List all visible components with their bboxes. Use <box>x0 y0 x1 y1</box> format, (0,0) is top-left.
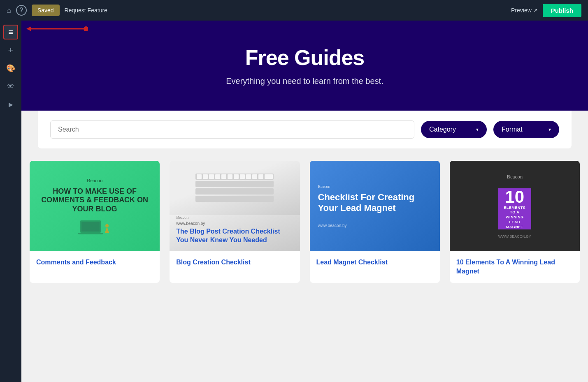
card-3-site: www.beacon.by <box>318 223 432 228</box>
card-2-title: Blog Creation Checklist <box>170 251 300 273</box>
search-input[interactable] <box>50 120 414 139</box>
hero-section: Free Guides Everything you need to learn… <box>21 21 588 111</box>
palette-icon: 🎨 <box>6 64 15 73</box>
sidebar: ≡ + 🎨 👁 ▶ <box>0 21 21 382</box>
svg-rect-5 <box>78 233 103 234</box>
format-label: Format <box>502 126 523 133</box>
main-content: Free Guides Everything you need to learn… <box>21 21 588 382</box>
card-1-title: Comments and Feedback <box>30 251 160 273</box>
preview-label: Preview <box>511 7 532 14</box>
card-2-brand: Beacon <box>176 215 293 220</box>
svg-rect-14 <box>209 174 214 179</box>
category-label: Category <box>429 126 456 133</box>
card-2-headline: The Blog Post Creation Checklist You Nev… <box>176 227 293 245</box>
home-icon[interactable]: ⌂ <box>7 6 11 15</box>
card-4-site: WWW.BEACON.BY <box>498 234 531 238</box>
card-3-image: Beacon Checklist For Creating Your Lead … <box>310 161 440 251</box>
topbar: ⌂ ? Saved Request Feature Preview ↗ Publ… <box>0 0 588 21</box>
saved-button[interactable]: Saved <box>32 5 60 16</box>
keyboard-icon <box>193 171 276 204</box>
plus-icon: + <box>8 45 14 56</box>
card-10-elements[interactable]: Beacon 10 ELEMENTS TO A WINNING LEAD MAG… <box>450 161 580 283</box>
card-1-brand: Beacon <box>36 177 153 184</box>
svg-rect-20 <box>246 174 251 179</box>
card-4-brand: Beacon <box>498 174 531 180</box>
card-1-illustration <box>78 218 111 235</box>
card-3-brand: Beacon <box>318 184 432 189</box>
search-filter-bar: Category ▾ Format ▾ <box>38 111 572 148</box>
card-4-number-text: ELEMENTS TO A WINNING LEAD MAGNET <box>502 206 528 229</box>
card-2-image: Beacon www.beacon.by The Blog Post Creat… <box>170 161 300 251</box>
publish-button[interactable]: Publish <box>543 4 581 17</box>
sidebar-item-doc[interactable]: ≡ <box>3 25 18 39</box>
help-label: ? <box>19 7 23 14</box>
cards-grid: Beacon HOW TO MAKE USE OF COMMENTS & FEE… <box>30 161 580 283</box>
cards-section: Beacon HOW TO MAKE USE OF COMMENTS & FEE… <box>21 148 588 295</box>
svg-rect-12 <box>197 174 202 179</box>
svg-rect-19 <box>240 174 245 179</box>
card-1-image: Beacon HOW TO MAKE USE OF COMMENTS & FEE… <box>30 161 160 251</box>
svg-rect-10 <box>195 188 274 194</box>
svg-rect-17 <box>228 174 232 179</box>
svg-rect-11 <box>195 196 274 202</box>
card-3-headline: Checklist For Creating Your Lead Magnet <box>318 192 432 214</box>
card-4-number: 10 <box>505 188 525 206</box>
card-comments-feedback[interactable]: Beacon HOW TO MAKE USE OF COMMENTS & FEE… <box>30 161 160 283</box>
eye-icon: 👁 <box>7 82 14 91</box>
svg-rect-21 <box>252 174 257 179</box>
card-lead-magnet-checklist[interactable]: Beacon Checklist For Creating Your Lead … <box>310 161 440 283</box>
card-4-number-box: 10 ELEMENTS TO A WINNING LEAD MAGNET <box>498 188 531 229</box>
help-button[interactable]: ? <box>16 5 27 16</box>
svg-rect-15 <box>215 174 220 179</box>
svg-rect-22 <box>258 174 263 179</box>
svg-rect-18 <box>234 174 239 179</box>
card-blog-creation[interactable]: Beacon www.beacon.by The Blog Post Creat… <box>170 161 300 283</box>
card-4-image: Beacon 10 ELEMENTS TO A WINNING LEAD MAG… <box>450 161 580 251</box>
format-chevron-icon: ▾ <box>548 127 551 132</box>
hero-title: Free Guides <box>30 45 580 70</box>
sidebar-item-eye[interactable]: 👁 <box>3 79 18 94</box>
svg-rect-23 <box>265 174 273 179</box>
sidebar-item-add[interactable]: + <box>3 43 18 58</box>
external-link-icon: ↗ <box>533 7 538 14</box>
svg-rect-9 <box>195 181 274 187</box>
card-4-title: 10 Elements To A Winning Lead Magnet <box>450 251 580 283</box>
sidebar-item-palette[interactable]: 🎨 <box>3 61 18 76</box>
category-chevron-icon: ▾ <box>476 127 479 132</box>
hero-subtitle: Everything you need to learn from the be… <box>30 76 580 86</box>
request-feature-button[interactable]: Request Feature <box>65 7 107 14</box>
svg-rect-13 <box>203 174 208 179</box>
svg-point-7 <box>105 224 109 227</box>
card-3-title: Lead Magnet Checklist <box>310 251 440 273</box>
svg-rect-16 <box>221 174 226 179</box>
preview-button[interactable]: Preview ↗ <box>511 7 538 14</box>
send-icon: ▶ <box>9 101 13 108</box>
format-dropdown[interactable]: Format ▾ <box>493 121 559 138</box>
card-1-headline: HOW TO MAKE USE OF COMMENTS & FEEDBACK O… <box>36 187 153 214</box>
svg-marker-6 <box>105 227 109 233</box>
svg-rect-4 <box>81 222 100 232</box>
card-2-site: www.beacon.by <box>176 221 293 226</box>
topbar-right: Preview ↗ Publish <box>511 4 581 17</box>
sidebar-item-send[interactable]: ▶ <box>3 97 18 112</box>
category-dropdown[interactable]: Category ▾ <box>421 121 487 138</box>
doc-icon: ≡ <box>8 28 13 37</box>
